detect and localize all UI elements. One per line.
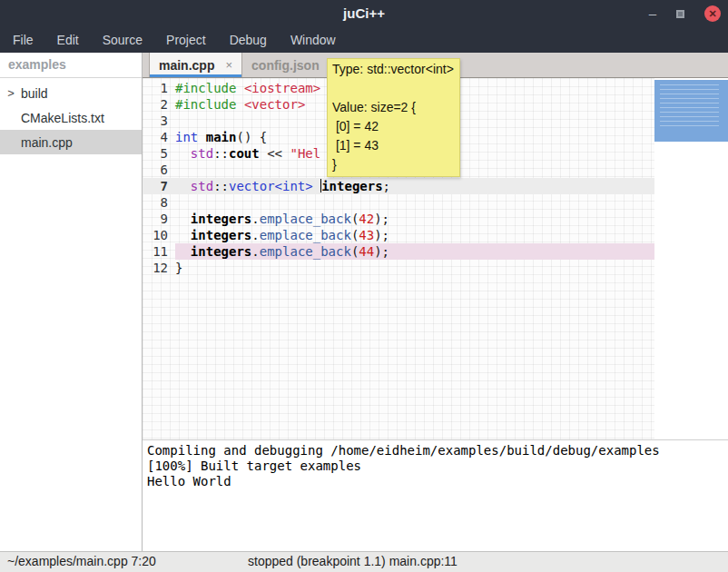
line-number: 7 bbox=[143, 178, 175, 194]
terminal-line: [100%] Built target examples bbox=[147, 459, 728, 474]
tree-item-cmakelists-txt[interactable]: CMakeLists.txt bbox=[0, 105, 142, 130]
menu-item-source[interactable]: Source bbox=[93, 29, 152, 51]
code-overview-map[interactable] bbox=[654, 80, 728, 142]
close-button[interactable]: ✕ bbox=[704, 5, 721, 22]
tooltip-line: Type: std::vector<int> bbox=[332, 60, 455, 79]
file-tree: >buildCMakeLists.txtmain.cpp bbox=[0, 78, 142, 154]
tooltip-line: [0] = 42 bbox=[332, 117, 455, 136]
code-text: } bbox=[175, 260, 654, 276]
line-number: 3 bbox=[143, 113, 175, 129]
status-bar: ~/examples/main.cpp 7:20 stopped (breakp… bbox=[0, 551, 728, 572]
minimize-button[interactable]: – bbox=[649, 0, 656, 27]
terminal-output[interactable]: Compiling and debugging /home/eidheim/ex… bbox=[143, 440, 728, 551]
code-text: integers.emplace_back(42); bbox=[175, 211, 654, 227]
line-number: 8 bbox=[143, 194, 175, 211]
window-title: juCi++ bbox=[0, 0, 728, 27]
editor-line-12[interactable]: 12} bbox=[143, 260, 654, 276]
menu-item-window[interactable]: Window bbox=[281, 29, 345, 51]
chevron-right-icon[interactable]: > bbox=[4, 86, 18, 100]
line-number: 2 bbox=[143, 96, 175, 113]
tree-item-label: build bbox=[18, 86, 48, 101]
title-bar[interactable]: juCi++ – ✕ bbox=[0, 0, 728, 27]
tree-item-build[interactable]: >build bbox=[0, 81, 142, 105]
line-number: 1 bbox=[143, 80, 175, 96]
terminal-line: Compiling and debugging /home/eidheim/ex… bbox=[147, 443, 728, 459]
restore-icon[interactable] bbox=[676, 10, 684, 18]
editor-line-9[interactable]: 9 integers.emplace_back(42); bbox=[143, 211, 654, 227]
tree-item-label: main.cpp bbox=[18, 135, 73, 150]
code-text: std::vector<int> integers; bbox=[175, 178, 654, 194]
app-window: juCi++ – ✕ FileEditSourceProjectDebugWin… bbox=[0, 0, 728, 572]
line-number: 5 bbox=[143, 145, 175, 162]
tooltip-line: } bbox=[332, 155, 455, 174]
line-number: 6 bbox=[143, 162, 175, 178]
code-text: integers.emplace_back(44); bbox=[175, 243, 654, 260]
tab-config-json[interactable]: config.json bbox=[242, 53, 329, 77]
status-file-location: ~/examples/main.cpp 7:20 bbox=[7, 554, 156, 568]
editor-line-10[interactable]: 10 integers.emplace_back(43); bbox=[143, 227, 654, 243]
window-controls: – ✕ bbox=[649, 0, 721, 27]
tab-close-icon[interactable]: × bbox=[225, 58, 232, 72]
editor-line-7[interactable]: 7 std::vector<int> integers; bbox=[143, 178, 654, 194]
code-text bbox=[175, 194, 654, 211]
overview-column bbox=[654, 78, 728, 439]
line-number: 4 bbox=[143, 129, 175, 145]
menu-item-debug[interactable]: Debug bbox=[221, 29, 276, 51]
menu-item-project[interactable]: Project bbox=[157, 29, 215, 51]
tab-label: main.cpp bbox=[159, 58, 214, 73]
tooltip-line: Value: size=2 { bbox=[332, 98, 455, 117]
editor-line-11[interactable]: 11 integers.emplace_back(44); bbox=[143, 243, 654, 260]
line-number: 9 bbox=[143, 211, 175, 227]
menu-item-edit[interactable]: Edit bbox=[48, 29, 88, 51]
main-area: examples >buildCMakeLists.txtmain.cpp ma… bbox=[0, 53, 728, 551]
line-number: 12 bbox=[143, 260, 175, 276]
tab-main-cpp[interactable]: main.cpp× bbox=[149, 53, 242, 77]
tree-item-label: CMakeLists.txt bbox=[18, 111, 104, 125]
debug-value-tooltip: Type: std::vector<int>Value: size=2 { [0… bbox=[327, 58, 460, 177]
code-text: integers.emplace_back(43); bbox=[175, 227, 654, 243]
file-tree-sidebar: examples >buildCMakeLists.txtmain.cpp bbox=[0, 53, 143, 551]
line-number: 10 bbox=[143, 227, 175, 243]
tab-label: config.json bbox=[251, 58, 320, 73]
tree-item-main-cpp[interactable]: main.cpp bbox=[0, 130, 142, 154]
tooltip-line: [1] = 43 bbox=[332, 136, 455, 155]
status-debug-state: stopped (breakpoint 1.1) main.cpp:11 bbox=[248, 554, 457, 568]
terminal-line: Hello World bbox=[147, 474, 728, 489]
tooltip-line bbox=[332, 79, 455, 98]
menu-bar: FileEditSourceProjectDebugWindow bbox=[0, 27, 728, 53]
editor-panel: main.cpp×config.json 1#include <iostream… bbox=[143, 53, 728, 551]
project-name-header: examples bbox=[0, 53, 142, 78]
editor-line-8[interactable]: 8 bbox=[143, 194, 654, 211]
menu-item-file[interactable]: File bbox=[4, 29, 43, 51]
line-number: 11 bbox=[143, 243, 175, 260]
